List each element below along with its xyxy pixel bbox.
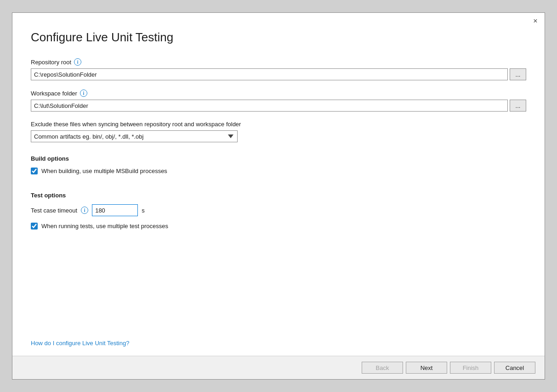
repository-root-input[interactable] xyxy=(31,68,508,80)
dialog-footer: Back Next Finish Cancel xyxy=(12,356,545,379)
exclude-files-dropdown[interactable]: Common artifacts eg. bin/, obj/, *.dll, … xyxy=(31,130,238,142)
dialog-body: Configure Live Unit Testing Repository r… xyxy=(12,26,545,356)
workspace-folder-group: Workspace folder i ... xyxy=(31,90,526,112)
exclude-files-select-row: Common artifacts eg. bin/, obj/, *.dll, … xyxy=(31,130,526,142)
multi-process-row: When running tests, use multiple test pr… xyxy=(31,223,526,230)
test-options-group: Test options Test case timeout i s When … xyxy=(31,188,526,234)
repository-root-info-icon[interactable]: i xyxy=(74,58,81,66)
timeout-unit: s xyxy=(142,207,145,214)
configure-dialog: × Configure Live Unit Testing Repository… xyxy=(12,12,545,380)
timeout-row: Test case timeout i s xyxy=(31,204,526,216)
workspace-folder-browse-button[interactable]: ... xyxy=(510,100,526,112)
workspace-folder-input[interactable] xyxy=(31,100,508,112)
back-button[interactable]: Back xyxy=(362,362,403,374)
next-button[interactable]: Next xyxy=(406,362,447,374)
title-bar: × xyxy=(12,13,545,26)
help-link[interactable]: How do I configure Live Unit Testing? xyxy=(31,340,526,347)
repository-root-browse-button[interactable]: ... xyxy=(510,68,526,80)
finish-button[interactable]: Finish xyxy=(450,362,491,374)
spacer xyxy=(31,243,526,340)
multi-msbuild-checkbox[interactable] xyxy=(31,168,38,174)
exclude-files-label: Exclude these files when syncing between… xyxy=(31,121,526,128)
timeout-input[interactable] xyxy=(92,204,138,216)
timeout-label: Test case timeout xyxy=(31,207,77,214)
exclude-files-group: Exclude these files when syncing between… xyxy=(31,121,526,142)
timeout-info-icon[interactable]: i xyxy=(81,207,88,214)
dialog-title: Configure Live Unit Testing xyxy=(31,30,526,45)
close-button[interactable]: × xyxy=(531,17,540,26)
workspace-folder-info-icon[interactable]: i xyxy=(80,90,87,97)
repository-root-label: Repository root i xyxy=(31,58,526,66)
repository-root-group: Repository root i ... xyxy=(31,58,526,80)
multi-process-checkbox[interactable] xyxy=(31,223,38,230)
workspace-folder-label: Workspace folder i xyxy=(31,90,526,97)
multi-msbuild-row: When building, use multiple MSBuild proc… xyxy=(31,168,526,174)
test-options-title: Test options xyxy=(31,192,526,199)
workspace-folder-input-row: ... xyxy=(31,100,526,112)
multi-process-label: When running tests, use multiple test pr… xyxy=(41,223,168,230)
build-options-group: Build options When building, use multipl… xyxy=(31,151,526,179)
cancel-button[interactable]: Cancel xyxy=(494,362,535,374)
multi-msbuild-label: When building, use multiple MSBuild proc… xyxy=(41,168,167,174)
build-options-title: Build options xyxy=(31,155,526,162)
repository-root-input-row: ... xyxy=(31,68,526,80)
